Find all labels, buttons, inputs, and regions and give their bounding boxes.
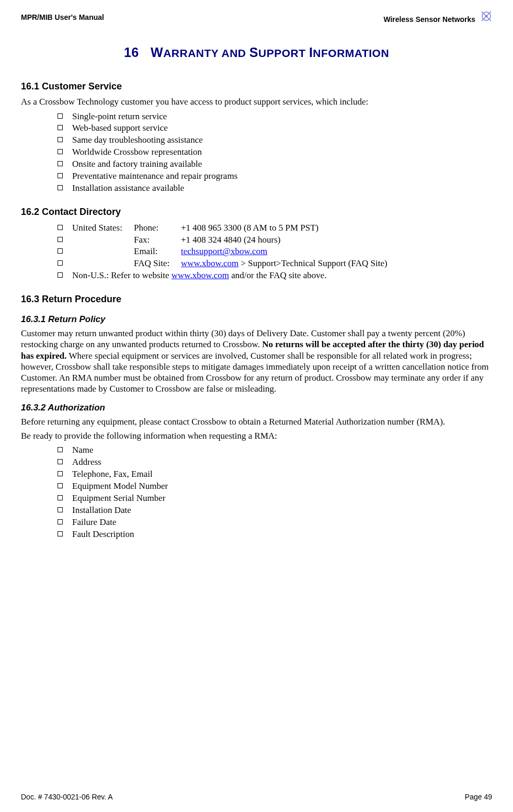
list-item: Failure Date bbox=[58, 517, 492, 529]
list-item: Installation Date bbox=[58, 505, 492, 517]
list-item: Installation assistance available bbox=[58, 182, 492, 195]
header-right-wrap: Wireless Sensor Networks bbox=[383, 10, 492, 25]
footer-doc-id: Doc. # 7430-0021-06 Rev. A bbox=[21, 793, 113, 802]
chapter-title-1-cap: W bbox=[151, 45, 163, 60]
list-item: Single-point return service bbox=[58, 111, 492, 123]
list-item: Fault Description bbox=[58, 529, 492, 541]
contact-field-label: Email: bbox=[134, 246, 181, 258]
customer-service-list: Single-point return service Web-based su… bbox=[21, 111, 492, 195]
list-item: Fax: +1 408 324 4840 (24 hours) bbox=[58, 234, 492, 246]
techsupport-email-link[interactable]: techsupport@xbow.com bbox=[181, 246, 267, 258]
contact-field-label: Phone: bbox=[134, 222, 181, 234]
contact-region bbox=[72, 258, 134, 270]
list-item: Web-based support service bbox=[58, 122, 492, 134]
contact-field-label: FAQ Site: bbox=[134, 258, 181, 270]
subsection-return-policy-heading: 16.3.1 Return Policy bbox=[21, 314, 492, 325]
contact-region bbox=[72, 246, 134, 258]
list-item: Worldwide Crossbow representation bbox=[58, 146, 492, 158]
list-item: Telephone, Fax, Email bbox=[58, 468, 492, 481]
contact-field-value: +1 408 965 3300 (8 AM to 5 PM PST) bbox=[181, 222, 318, 234]
contact-field-value: +1 408 324 4840 (24 hours) bbox=[181, 234, 280, 246]
authorization-paragraph: Before returning any equipment, please c… bbox=[21, 416, 492, 427]
chapter-title-3-small: NFORMATION bbox=[313, 47, 389, 59]
subsection-authorization-heading: 16.3.2 Authorization bbox=[21, 402, 492, 413]
faq-suffix: > Support>Technical Support (FAQ Site) bbox=[238, 258, 387, 268]
customer-service-intro: As a Crossbow Technology customer you ha… bbox=[21, 96, 492, 107]
rma-lead: Be ready to provide the following inform… bbox=[21, 430, 492, 441]
section-customer-service-heading: 16.1 Customer Service bbox=[21, 81, 492, 93]
list-item: Email: techsupport@xbow.com bbox=[58, 246, 492, 258]
list-item: Onsite and factory training available bbox=[58, 158, 492, 170]
list-item: United States: Phone: +1 408 965 3300 (8… bbox=[58, 222, 492, 234]
list-item: Equipment Serial Number bbox=[58, 493, 492, 505]
return-policy-paragraph: Customer may return unwanted product wit… bbox=[21, 328, 492, 395]
contact-region: United States: bbox=[72, 222, 134, 234]
footer-page-number: Page 49 bbox=[465, 793, 492, 802]
list-item: Preventative maintenance and repair prog… bbox=[58, 170, 492, 182]
list-item: Same day troubleshooting assistance bbox=[58, 134, 492, 146]
contact-field-value: www.xbow.com > Support>Technical Support… bbox=[181, 258, 387, 270]
page-footer: Doc. # 7430-0021-06 Rev. A Page 49 bbox=[21, 793, 492, 802]
chapter-number: 16 bbox=[124, 45, 139, 60]
contact-field-label: Fax: bbox=[134, 234, 181, 246]
svg-point-3 bbox=[485, 15, 487, 17]
website-link[interactable]: www.xbow.com bbox=[181, 258, 238, 268]
chapter-title-2-cap: S bbox=[249, 45, 258, 60]
list-item: Equipment Model Number bbox=[58, 481, 492, 493]
header-left: MPR/MIB User's Manual bbox=[21, 13, 104, 22]
list-item: Non-U.S.: Refer to website www.xbow.com … bbox=[58, 270, 492, 282]
nonus-suffix: and/or the FAQ site above. bbox=[229, 270, 327, 280]
chapter-heading: 16 WARRANTY AND SUPPORT INFORMATION bbox=[21, 44, 492, 61]
section-contact-heading: 16.2 Contact Directory bbox=[21, 206, 492, 218]
rma-info-list: Name Address Telephone, Fax, Email Equip… bbox=[21, 444, 492, 541]
chapter-title-2-small: UPPORT bbox=[258, 47, 309, 59]
crossbow-logo-icon bbox=[481, 10, 492, 22]
nonus-prefix: Non-U.S.: Refer to website bbox=[72, 270, 172, 280]
contact-list: United States: Phone: +1 408 965 3300 (8… bbox=[21, 222, 492, 282]
list-item: Address bbox=[58, 456, 492, 468]
return-policy-post: Where special equipment or services are … bbox=[21, 351, 488, 394]
chapter-title-1-small: ARRANTY AND bbox=[163, 47, 249, 59]
website-link[interactable]: www.xbow.com bbox=[172, 270, 229, 280]
list-item: Name bbox=[58, 444, 492, 456]
list-item: FAQ Site: www.xbow.com > Support>Technic… bbox=[58, 258, 492, 270]
contact-region bbox=[72, 234, 134, 246]
section-return-heading: 16.3 Return Procedure bbox=[21, 293, 492, 305]
page-header: MPR/MIB User's Manual Wireless Sensor Ne… bbox=[21, 10, 492, 25]
header-right: Wireless Sensor Networks bbox=[383, 15, 475, 24]
